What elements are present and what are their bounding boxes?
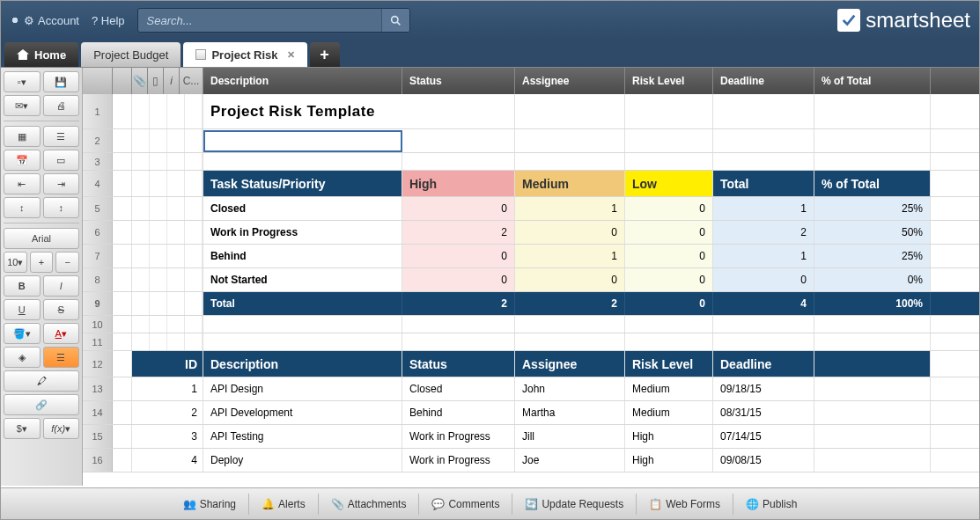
cell[interactable]: Behind [402, 401, 515, 424]
publish-button[interactable]: 🌐Publish [733, 494, 809, 515]
add-tab-button[interactable]: + [310, 42, 340, 67]
row-number[interactable]: 12 [83, 351, 113, 377]
cell[interactable]: 0 [515, 221, 625, 244]
selected-cell[interactable] [203, 130, 402, 152]
table-row[interactable]: 9 Total 2 2 0 4 100% [83, 292, 979, 316]
currency-button[interactable]: $▾ [4, 418, 41, 439]
cell[interactable]: Deploy [203, 449, 402, 472]
row-number[interactable]: 13 [83, 377, 113, 400]
row-number[interactable]: 2 [83, 129, 113, 152]
task-risk-header[interactable]: Risk Level [625, 351, 713, 377]
font-select[interactable]: Arial [4, 228, 79, 249]
row-number[interactable]: 5 [83, 197, 113, 220]
indent-button[interactable]: ⇥ [43, 173, 80, 194]
table-row[interactable]: 8 Not Started 0 0 0 0 0% [83, 268, 979, 292]
cell[interactable]: 0 [625, 245, 713, 267]
summary-total-label[interactable]: Total [203, 292, 402, 315]
cell[interactable]: Work in Progress [402, 449, 515, 472]
cell[interactable]: 2 [402, 292, 515, 315]
task-desc-header[interactable]: Description [203, 351, 402, 377]
indicator-header[interactable]: i [164, 68, 180, 94]
row-number[interactable]: 16 [83, 449, 113, 472]
cell[interactable]: Joe [515, 449, 625, 472]
card-view-button[interactable]: ▭ [43, 150, 80, 171]
cell[interactable]: 4 [191, 454, 197, 466]
summary-label[interactable]: Behind [203, 245, 402, 267]
font-size-select[interactable]: 10▾ [4, 252, 27, 273]
table-row[interactable]: 14 2 API Development Behind Martha Mediu… [83, 401, 979, 425]
cell[interactable]: 1 [713, 245, 814, 267]
table-row[interactable]: 15 3 API Testing Work in Progress Jill H… [83, 425, 979, 449]
c-header[interactable]: C... [180, 68, 203, 94]
sort-desc-button[interactable]: ↕ [43, 197, 80, 218]
attachments-button[interactable]: 📎Attachments [319, 494, 420, 515]
row-number[interactable]: 7 [83, 245, 113, 267]
tab-project-risk[interactable]: Project Risk✕ [183, 42, 306, 67]
table-row[interactable]: 4 Task Status/Priority High Medium Low T… [83, 171, 979, 197]
table-row[interactable]: 16 4 Deploy Work in Progress Joe High 09… [83, 449, 979, 472]
table-row[interactable]: 11 [83, 333, 979, 351]
summary-label[interactable]: Closed [203, 197, 402, 220]
print-button[interactable]: 🖨 [43, 95, 80, 116]
tab-project-budget[interactable]: Project Budget [81, 42, 181, 67]
cell[interactable]: 2 [515, 292, 625, 315]
row-number[interactable]: 15 [83, 425, 113, 448]
italic-button[interactable]: I [43, 275, 80, 297]
summary-header-total[interactable]: Total [713, 171, 814, 196]
web-forms-button[interactable]: 📋Web Forms [637, 494, 733, 515]
cell[interactable]: 0% [814, 268, 931, 291]
row-number[interactable]: 8 [83, 268, 113, 291]
cell[interactable]: 09/18/15 [713, 377, 814, 400]
cell[interactable]: 0 [625, 268, 713, 291]
summary-label[interactable]: Not Started [203, 268, 402, 291]
cell[interactable]: 09/08/15 [713, 449, 814, 472]
cell[interactable]: 0 [515, 268, 625, 291]
table-row[interactable]: 12 ID Description Status Assignee Risk L… [83, 351, 979, 377]
summary-header-medium[interactable]: Medium [515, 171, 625, 196]
cell[interactable]: 25% [814, 197, 931, 220]
cell[interactable]: 100% [814, 292, 931, 315]
cell[interactable]: High [625, 449, 713, 472]
cell[interactable]: Medium [625, 401, 713, 424]
task-status-header[interactable]: Status [402, 351, 515, 377]
row-number[interactable]: 10 [83, 316, 113, 333]
cell[interactable]: 1 [515, 245, 625, 267]
sheet-title[interactable]: Project Risk Template [203, 94, 515, 128]
format-painter-button[interactable]: ☰ [43, 347, 80, 368]
cell[interactable]: Martha [515, 401, 625, 424]
table-row[interactable]: 13 1 API Design Closed John Medium 09/18… [83, 377, 979, 401]
save-as-button[interactable]: 💾 [43, 71, 80, 92]
cell[interactable]: 08/31/15 [713, 401, 814, 424]
bold-button[interactable]: B [4, 275, 41, 297]
cell[interactable]: 0 [402, 268, 515, 291]
cell[interactable]: 2 [713, 221, 814, 244]
link-button[interactable]: 🔗 [4, 394, 79, 415]
home-tab[interactable]: Home [4, 42, 78, 67]
search-button[interactable] [381, 9, 409, 32]
row-number[interactable]: 4 [83, 171, 113, 196]
summary-header-low[interactable]: Low [625, 171, 713, 196]
cell[interactable]: 50% [814, 221, 931, 244]
cell[interactable]: 1 [191, 383, 197, 395]
cell[interactable]: Jill [515, 425, 625, 448]
summary-header-high[interactable]: High [402, 171, 515, 196]
decrease-font-button[interactable]: − [55, 252, 79, 273]
help-menu[interactable]: ? Help [92, 14, 125, 27]
text-color-button[interactable]: A▾ [43, 323, 80, 344]
table-row[interactable]: 3 [83, 153, 979, 171]
increase-font-button[interactable]: + [30, 252, 54, 273]
task-deadline-header[interactable]: Deadline [713, 351, 814, 377]
gantt-view-button[interactable]: ☰ [43, 126, 80, 147]
attachment-header[interactable]: 📎 [132, 68, 148, 94]
cell[interactable]: 0 [625, 292, 713, 315]
sort-asc-button[interactable]: ↕ [4, 197, 41, 218]
task-id-header[interactable]: ID [185, 357, 197, 371]
cell[interactable]: API Testing [203, 425, 402, 448]
strikethrough-button[interactable]: S [43, 299, 80, 320]
highlight-button[interactable]: 🖍 [4, 370, 79, 392]
row-number[interactable]: 3 [83, 153, 113, 170]
cell[interactable]: 4 [713, 292, 814, 315]
cell[interactable]: 25% [814, 245, 931, 267]
cell[interactable]: 2 [191, 406, 197, 419]
assignee-header[interactable]: Assignee [515, 68, 625, 94]
